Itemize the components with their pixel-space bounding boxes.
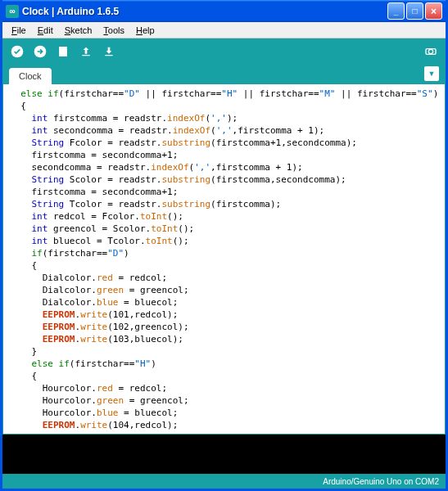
menu-sketch[interactable]: Sketch [59,24,98,37]
menu-tools[interactable]: Tools [97,24,130,37]
tabbar: Clock ▼ [2,65,446,84]
menubar: File Edit Sketch Tools Help [2,22,446,38]
new-file-icon [57,45,70,58]
save-button[interactable] [99,42,119,61]
toolbar [2,38,446,65]
editor-area: else if(firstchar=="D" || firstchar=="H"… [2,84,446,435]
svg-point-5 [428,49,432,53]
close-button[interactable]: × [425,2,442,20]
arrow-right-icon [34,45,47,58]
upload-button[interactable] [30,42,50,61]
download-icon [102,45,115,58]
serial-monitor-button[interactable] [421,42,441,61]
menu-edit[interactable]: Edit [32,24,59,37]
new-button[interactable] [53,42,73,61]
titlebar[interactable]: ∞ Clock | Arduino 1.6.5 _ □ × [2,0,446,22]
app-icon: ∞ [6,5,19,18]
check-icon [11,45,24,58]
code-editor[interactable]: else if(firstchar=="D" || firstchar=="H"… [3,84,445,434]
board-port-label: Arduino/Genuino Uno on COM2 [323,477,439,486]
maximize-button[interactable]: □ [406,2,423,20]
minimize-button[interactable]: _ [387,2,405,20]
console[interactable] [2,435,446,474]
menu-help[interactable]: Help [130,24,161,37]
statusbar: Arduino/Genuino Uno on COM2 [2,474,446,489]
menu-file[interactable]: File [6,24,32,37]
verify-button[interactable] [7,42,27,61]
open-button[interactable] [76,42,96,61]
tab-menu-button[interactable]: ▼ [424,66,439,81]
tab-clock[interactable]: Clock [9,68,52,84]
upload-icon [79,45,93,58]
window-title: Clock | Arduino 1.6.5 [22,6,387,17]
serial-icon [424,45,437,58]
